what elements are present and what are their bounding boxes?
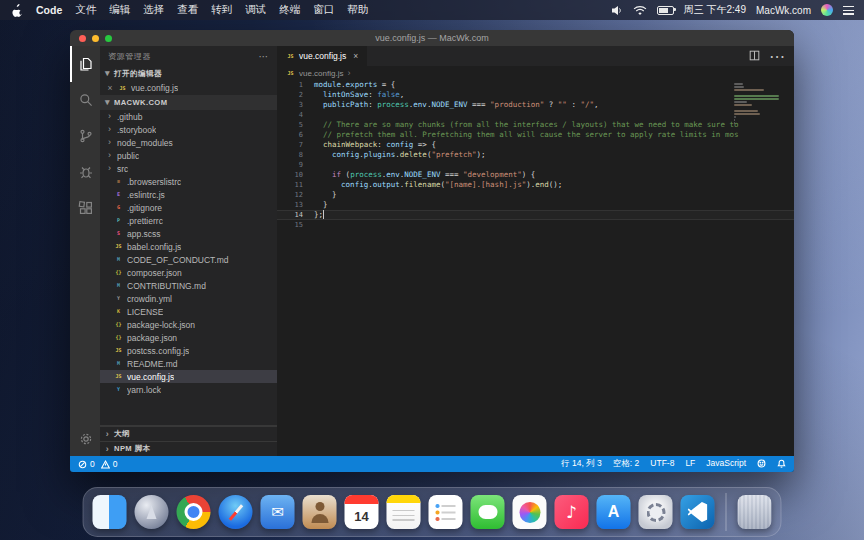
code-area[interactable]: 1module.exports = {2 lintOnSave: false,3… xyxy=(277,80,794,456)
notifications-bell-icon[interactable] xyxy=(777,459,786,470)
tree-item--gitignore[interactable]: G.gitignore xyxy=(100,201,277,214)
tree-item--eslintrc-js[interactable]: E.eslintrc.js xyxy=(100,188,277,201)
open-editors-header[interactable]: ▾ 打开的编辑器 xyxy=(100,66,277,81)
tree-item-license[interactable]: KLICENSE xyxy=(100,305,277,318)
tree-item--prettierrc[interactable]: P.prettierrc xyxy=(100,214,277,227)
more-actions-icon[interactable]: ⋯ xyxy=(769,47,785,66)
menu--[interactable]: 文件 xyxy=(75,3,96,17)
wifi-icon[interactable] xyxy=(633,5,647,16)
code-line-9[interactable]: 9 xyxy=(277,160,794,170)
errors-indicator[interactable]: 0 xyxy=(78,459,95,469)
menu--[interactable]: 终端 xyxy=(279,3,300,17)
explorer-icon[interactable] xyxy=(70,46,100,82)
dock-item-notes[interactable] xyxy=(387,495,421,529)
dock-item-safari[interactable] xyxy=(219,495,253,529)
project-header[interactable]: ▾ MACWK.COM xyxy=(100,95,277,110)
tree-item-composer-json[interactable]: {}composer.json xyxy=(100,266,277,279)
siri-icon[interactable] xyxy=(821,4,833,16)
code-line-10[interactable]: 10 if (process.env.NODE_ENV === "develop… xyxy=(277,170,794,180)
tree-item-package-json[interactable]: {}package.json xyxy=(100,331,277,344)
dock-item-launchpad[interactable] xyxy=(135,495,169,529)
tree-item-src[interactable]: ›src xyxy=(100,162,277,175)
breadcrumb-item[interactable]: vue.config.js xyxy=(299,69,343,78)
code-line-2[interactable]: 2 lintOnSave: false, xyxy=(277,90,794,100)
code-line-7[interactable]: 7 chainWebpack: config => { xyxy=(277,140,794,150)
code-line-13[interactable]: 13 } xyxy=(277,200,794,210)
dock-item-contacts[interactable] xyxy=(303,495,337,529)
code-line-14[interactable]: 14}; xyxy=(277,210,794,220)
tree-item-babel-config-js[interactable]: JSbabel.config.js xyxy=(100,240,277,253)
feedback-smiley-icon[interactable] xyxy=(757,459,766,470)
code-line-6[interactable]: 6 // prefetch them all. Prefetching them… xyxy=(277,130,794,140)
tree-item--github[interactable]: ›.github xyxy=(100,110,277,123)
split-editor-icon[interactable] xyxy=(749,47,760,65)
apple-menu-icon[interactable] xyxy=(12,4,23,17)
tree-item-contributing-md[interactable]: MCONTRIBUTING.md xyxy=(100,279,277,292)
tree-item--storybook[interactable]: ›.storybook xyxy=(100,123,277,136)
status--14-3[interactable]: 行 14, 列 3 xyxy=(561,458,602,470)
status--2[interactable]: 空格: 2 xyxy=(613,458,639,470)
code-line-4[interactable]: 4 xyxy=(277,110,794,120)
code-line-5[interactable]: 5 // There are so many chunks (from all … xyxy=(277,120,794,130)
tab-vue-config-js[interactable]: JS vue.config.js × xyxy=(277,46,368,66)
menubar-clock[interactable]: 周三 下午2:49 xyxy=(684,3,746,17)
dock-item-photos[interactable] xyxy=(513,495,547,529)
dock-item-calendar[interactable]: 14 xyxy=(345,495,379,529)
close-tab-icon[interactable]: × xyxy=(353,51,358,61)
tree-item--browserslistrc[interactable]: ≡.browserslistrc xyxy=(100,175,277,188)
dock-item-visual-studio-code[interactable] xyxy=(681,495,715,529)
notification-center-icon[interactable] xyxy=(843,6,854,15)
status-utf-8[interactable]: UTF-8 xyxy=(650,458,674,470)
close-editor-icon[interactable]: × xyxy=(106,83,114,93)
code-line-1[interactable]: 1module.exports = { xyxy=(277,80,794,90)
dock-item-system-preferences[interactable] xyxy=(639,495,673,529)
extensions-icon[interactable] xyxy=(70,190,100,226)
menu--[interactable]: 编辑 xyxy=(109,3,130,17)
menu--[interactable]: 窗口 xyxy=(313,3,334,17)
window-titlebar[interactable]: vue.config.js — MacWk.com xyxy=(70,30,794,46)
dock-item-trash[interactable] xyxy=(738,495,772,529)
status-lf[interactable]: LF xyxy=(685,458,695,470)
status-javascript[interactable]: JavaScript xyxy=(706,458,746,470)
menu--[interactable]: 选择 xyxy=(143,3,164,17)
section-npm-[interactable]: ›NPM 脚本 xyxy=(100,441,277,456)
tree-item-public[interactable]: ›public xyxy=(100,149,277,162)
tree-item-app-scss[interactable]: Sapp.scss xyxy=(100,227,277,240)
open-editor-vue-config-js[interactable]: ×JSvue.config.js xyxy=(100,81,277,95)
dock-item-messages[interactable] xyxy=(471,495,505,529)
minimap[interactable] xyxy=(734,83,782,128)
tree-item-yarn-lock[interactable]: Yyarn.lock xyxy=(100,383,277,396)
tree-item-node-modules[interactable]: ›node_modules xyxy=(100,136,277,149)
dock-item-app-store[interactable] xyxy=(597,495,631,529)
tree-item-package-lock-json[interactable]: {}package-lock.json xyxy=(100,318,277,331)
volume-icon[interactable] xyxy=(611,5,623,16)
settings-gear-icon[interactable] xyxy=(70,422,100,456)
section--[interactable]: ›大纲 xyxy=(100,426,277,441)
menubar-app-name[interactable]: Code xyxy=(36,4,62,16)
tree-item-readme-md[interactable]: MREADME.md xyxy=(100,357,277,370)
source-control-icon[interactable] xyxy=(70,118,100,154)
search-icon[interactable] xyxy=(70,82,100,118)
dock-item-finder[interactable] xyxy=(93,495,127,529)
code-line-11[interactable]: 11 config.output.filename("[name].[hash]… xyxy=(277,180,794,190)
menu--[interactable]: 查看 xyxy=(177,3,198,17)
dock-item-chrome[interactable] xyxy=(177,495,211,529)
menu--[interactable]: 转到 xyxy=(211,3,232,17)
dock-item-music[interactable] xyxy=(555,495,589,529)
battery-icon[interactable] xyxy=(657,6,674,15)
tree-item-vue-config-js[interactable]: JSvue.config.js xyxy=(100,370,277,383)
explorer-actions-icon[interactable]: ⋯ xyxy=(258,51,269,62)
code-line-15[interactable]: 15 xyxy=(277,220,794,230)
dock-item-mail[interactable] xyxy=(261,495,295,529)
code-line-12[interactable]: 12 } xyxy=(277,190,794,200)
tree-item-postcss-config-js[interactable]: JSpostcss.config.js xyxy=(100,344,277,357)
warnings-indicator[interactable]: 0 xyxy=(101,459,118,469)
debug-icon[interactable] xyxy=(70,154,100,190)
dock-item-reminders[interactable] xyxy=(429,495,463,529)
tree-item-crowdin-yml[interactable]: Ycrowdin.yml xyxy=(100,292,277,305)
menu--[interactable]: 帮助 xyxy=(347,3,368,17)
code-line-8[interactable]: 8 config.plugins.delete("prefetch"); xyxy=(277,150,794,160)
code-line-3[interactable]: 3 publicPath: process.env.NODE_ENV === "… xyxy=(277,100,794,110)
breadcrumb[interactable]: JS vue.config.js › xyxy=(277,66,794,80)
menu--[interactable]: 调试 xyxy=(245,3,266,17)
